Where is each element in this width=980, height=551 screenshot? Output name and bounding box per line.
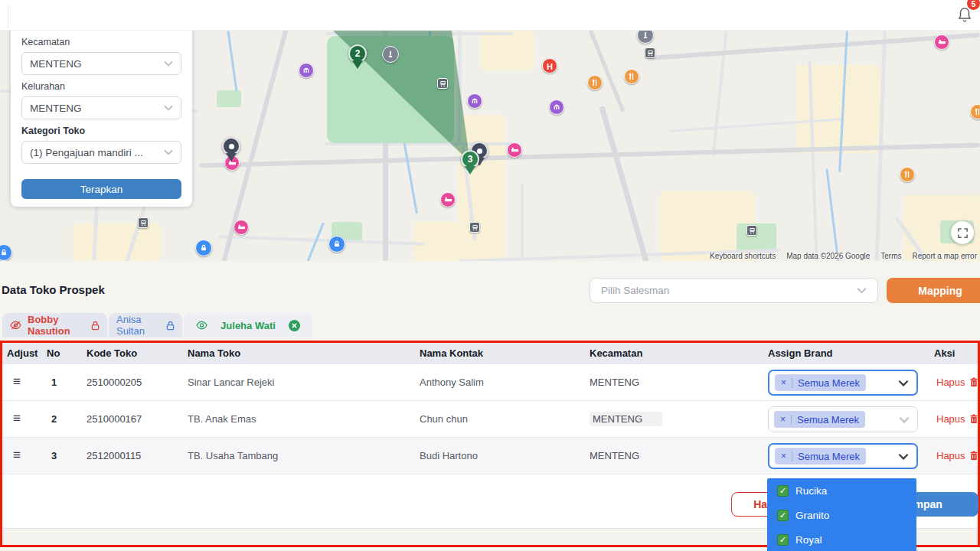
drag-handle-icon[interactable]: ≡ [13, 411, 21, 426]
brand-chip-label: Semua Merek [798, 451, 860, 462]
trash-icon [969, 414, 978, 424]
restaurant-icon[interactable] [587, 75, 603, 90]
col-kode-toko: Kode Toko [87, 347, 137, 359]
tab-anisa-sultan[interactable]: Anisa Sultan [109, 313, 182, 337]
hotel-icon[interactable] [934, 34, 949, 50]
row-number: 3 [51, 450, 57, 461]
col-aksi: Aksi [934, 347, 955, 359]
terapkan-button[interactable]: Terapkan [21, 179, 181, 199]
navbar-divider [8, 5, 8, 28]
checkbox-checked-icon[interactable]: ✓ [777, 510, 789, 521]
station-icon[interactable] [746, 225, 757, 236]
nama-kontak-value: Anthony Salim [420, 377, 484, 388]
map-pin-3[interactable]: 3 [461, 150, 479, 168]
col-kecamatan: Kecamatan [590, 347, 642, 359]
drag-handle-icon[interactable]: ≡ [13, 448, 21, 463]
lock-icon[interactable] [166, 321, 175, 331]
chip-remove-icon[interactable]: × [781, 378, 786, 387]
map-pin-2[interactable]: 2 [348, 44, 367, 63]
chevron-down-icon [898, 453, 909, 460]
chevron-down-icon [899, 416, 910, 423]
museum-icon[interactable] [299, 63, 314, 78]
brand-option[interactable]: ✓ Rucika [767, 478, 916, 503]
kecamatan-value: MENTENG [590, 450, 639, 461]
map-canvas[interactable]: H 23 Kecamatan MENTENG Kelurahan MENTENG… [0, 31, 980, 261]
terms-link[interactable]: Terms [880, 252, 901, 260]
kecamatan-select[interactable]: MENTENG [21, 52, 181, 75]
lockpoi-icon[interactable] [195, 240, 212, 256]
page: 5 H 23 Kecamatan MENTENG Kelurahan MENTE… [0, 0, 980, 551]
map-shape [599, 106, 650, 261]
hapus-action[interactable]: Hapus [936, 377, 978, 388]
col-adjust: Adjust [7, 347, 38, 359]
filter-panel: Kecamatan MENTENG Kelurahan MENTENG Kate… [11, 31, 192, 207]
hotel-icon[interactable] [234, 220, 249, 235]
chevron-down-icon [898, 380, 909, 386]
chevron-down-icon [857, 287, 867, 294]
assign-brand-select[interactable]: × Semua Merek [768, 406, 918, 432]
kode-toko-value: 2510000167 [87, 413, 142, 425]
map-expand-button[interactable] [951, 221, 974, 244]
report-map-error-link[interactable]: Report a map error [913, 252, 977, 260]
station-icon[interactable] [469, 222, 480, 233]
station-icon[interactable] [437, 78, 448, 89]
chip-remove-icon[interactable]: × [781, 452, 786, 461]
restaurant-icon[interactable] [970, 104, 980, 119]
table-row: ≡ 1 2510000205 Sinar Lancar Rejeki Antho… [2, 364, 978, 401]
lock-icon[interactable] [91, 321, 100, 331]
nama-toko-value: TB. Anak Emas [188, 413, 256, 425]
hospital-icon[interactable]: H [542, 58, 557, 73]
assign-brand-select[interactable]: × Semua Merek [768, 443, 918, 469]
lockpoi-icon[interactable] [328, 236, 345, 253]
chip-divider [792, 378, 792, 388]
chip-divider [792, 452, 792, 461]
nama-kontak-value: Chun chun [420, 413, 468, 425]
brand-option-label: Royal [795, 534, 822, 546]
map-shape [199, 143, 980, 168]
chip-remove-icon[interactable]: × [780, 415, 786, 424]
keyboard-shortcuts-link[interactable]: Keyboard shortcuts [710, 252, 776, 260]
brand-option[interactable]: ✓ Royal [767, 527, 916, 551]
museum-icon[interactable] [467, 93, 482, 109]
pilih-salesman-select[interactable]: Pilih Salesman [590, 278, 878, 303]
assign-brand-select[interactable]: × Semua Merek [768, 370, 918, 396]
tab-juleha-wati[interactable]: Juleha Wati [184, 313, 312, 337]
brand-chip-label: Semua Merek [797, 414, 859, 425]
chevron-down-icon [164, 60, 173, 67]
hotel-icon[interactable] [507, 142, 522, 158]
drag-handle-icon[interactable]: ≡ [13, 374, 21, 390]
trash-icon [969, 451, 978, 461]
station-icon[interactable] [138, 217, 149, 228]
brand-option[interactable]: ✓ Granito [767, 503, 916, 527]
circle-x-icon[interactable] [289, 320, 300, 331]
restaurant-icon[interactable] [624, 69, 639, 84]
monumentgray-icon[interactable] [382, 46, 399, 63]
notification-badge: 5 [967, 0, 980, 10]
map-shape [481, 31, 534, 70]
eye-icon [196, 321, 207, 330]
checkbox-checked-icon[interactable]: ✓ [777, 485, 789, 497]
tab-bobby-nasution[interactable]: Bobby Nasution [2, 313, 107, 337]
map-shape [413, 222, 475, 261]
map-data-text: Map data ©2026 Google [786, 252, 870, 260]
checkbox-checked-icon[interactable]: ✓ [777, 534, 789, 546]
station-icon[interactable] [645, 47, 655, 58]
monumentgray-icon[interactable] [637, 31, 654, 44]
restaurant-icon[interactable] [900, 167, 915, 182]
hapus-action[interactable]: Hapus [936, 450, 978, 461]
hotel-icon[interactable] [440, 192, 456, 207]
map-pin[interactable] [222, 137, 240, 155]
hapus-action[interactable]: Hapus [936, 413, 978, 425]
kategori-toko-select[interactable]: (1) Pengajuan mandiri ... [21, 141, 181, 164]
kecamatan-value: MENTENG [590, 412, 662, 426]
kode-toko-value: 2510000205 [87, 377, 142, 388]
map-shape [647, 33, 979, 60]
kelurahan-select[interactable]: MENTENG [21, 96, 181, 119]
map-shape [711, 31, 727, 157]
eye-slash-icon [10, 321, 21, 330]
kelurahan-label: Kelurahan [21, 81, 181, 92]
lockpoi-icon[interactable] [0, 244, 12, 261]
mapping-button[interactable]: Mapping [887, 278, 980, 303]
museum-icon[interactable] [549, 99, 564, 115]
trash-icon [969, 377, 978, 387]
